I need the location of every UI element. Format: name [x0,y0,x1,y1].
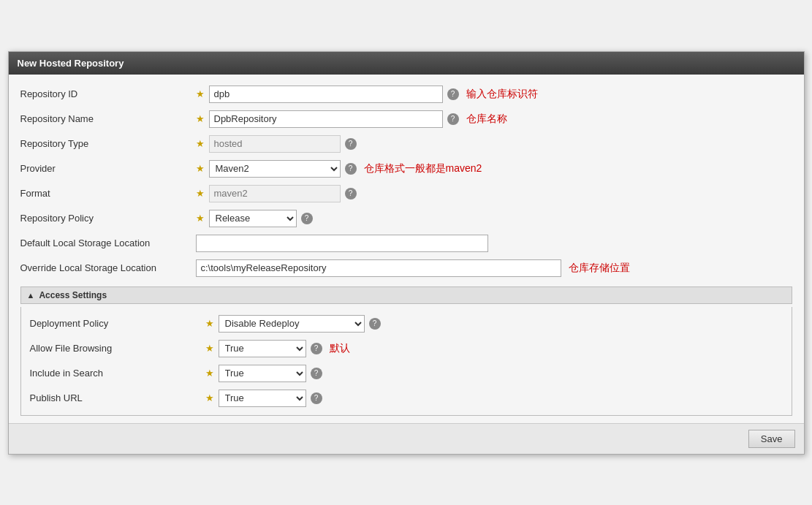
repository-id-help-icon[interactable]: ? [447,88,459,100]
allow-file-browsing-required: ★ [205,343,214,354]
repository-name-annotation: 仓库名称 [466,113,507,126]
override-local-storage-annotation: 仓库存储位置 [569,262,630,275]
dialog-footer: Save [9,423,804,454]
allow-file-browsing-row: Allow File Browsing ★ True False ? 默认 [30,336,783,361]
repository-type-label: Repository Type [20,138,196,149]
allow-file-browsing-field-area: ★ True False ? 默认 [205,340,783,357]
format-field-area: ★ ? [196,185,792,202]
default-local-storage-input [196,235,488,252]
repository-policy-label: Repository Policy [20,213,196,224]
dialog-body: Repository ID ★ ? 输入仓库标识符 Repository Nam… [9,75,804,423]
repository-type-required: ★ [196,138,205,149]
access-settings-title: Access Settings [39,290,107,300]
include-in-search-select[interactable]: True False [219,365,306,382]
deployment-policy-field-area: ★ Disable Redeploy Allow Redeploy Read O… [205,315,783,333]
repository-id-row: Repository ID ★ ? 输入仓库标识符 [20,82,792,107]
repository-id-required: ★ [196,88,205,99]
format-label: Format [20,188,196,199]
repository-id-input[interactable] [209,86,443,103]
access-settings-content: Deployment Policy ★ Disable Redeploy All… [20,307,792,416]
override-local-storage-input[interactable] [196,259,561,277]
publish-url-help-icon[interactable]: ? [311,392,322,404]
repository-name-help-icon[interactable]: ? [447,113,459,125]
deployment-policy-required: ★ [205,318,214,329]
provider-label: Provider [20,163,196,174]
override-local-storage-field-area: 仓库存储位置 [196,259,792,277]
publish-url-select[interactable]: True False [219,390,306,407]
access-settings-header[interactable]: ▲ Access Settings [20,286,792,304]
provider-field-area: ★ Maven2 Maven1 NuGet ? 仓库格式一般都是maven2 [196,160,792,178]
repository-id-annotation: 输入仓库标识符 [466,88,538,101]
repository-type-help-icon[interactable]: ? [345,138,357,150]
override-local-storage-label: Override Local Storage Location [20,262,196,273]
default-local-storage-label: Default Local Storage Location [20,238,196,248]
save-button[interactable]: Save [748,430,795,448]
include-in-search-help-icon[interactable]: ? [311,368,322,379]
repository-type-row: Repository Type ★ ? [20,132,792,156]
include-in-search-field-area: ★ True False ? [205,365,783,382]
provider-select[interactable]: Maven2 Maven1 NuGet [209,160,341,178]
allow-file-browsing-annotation: 默认 [330,342,350,355]
provider-annotation: 仓库格式一般都是maven2 [364,162,482,175]
repository-id-field-area: ★ ? 输入仓库标识符 [196,86,792,103]
repository-name-label: Repository Name [20,113,196,124]
repository-type-input [209,135,341,153]
format-input [209,185,341,202]
format-required: ★ [196,188,205,199]
deployment-policy-label: Deployment Policy [30,318,205,329]
repository-name-input[interactable] [209,110,443,128]
allow-file-browsing-select[interactable]: True False [219,340,306,357]
repository-name-row: Repository Name ★ ? 仓库名称 [20,107,792,132]
repository-policy-select[interactable]: Release Snapshot Mixed [209,210,297,227]
include-in-search-required: ★ [205,368,214,379]
publish-url-row: Publish URL ★ True False ? [30,386,783,411]
include-in-search-label: Include in Search [30,368,205,379]
dialog-title: New Hosted Repository [9,52,804,75]
override-local-storage-row: Override Local Storage Location 仓库存储位置 [20,256,792,281]
repository-id-label: Repository ID [20,88,196,99]
deployment-policy-help-icon[interactable]: ? [369,318,381,330]
allow-file-browsing-label: Allow File Browsing [30,343,205,354]
allow-file-browsing-help-icon[interactable]: ? [311,343,322,354]
publish-url-field-area: ★ True False ? [205,390,783,407]
repository-policy-row: Repository Policy ★ Release Snapshot Mix… [20,206,792,231]
repository-name-field-area: ★ ? 仓库名称 [196,110,792,128]
provider-help-icon[interactable]: ? [345,163,357,175]
publish-url-label: Publish URL [30,392,205,403]
repository-policy-field-area: ★ Release Snapshot Mixed ? [196,210,792,227]
repository-name-required: ★ [196,113,205,124]
include-in-search-row: Include in Search ★ True False ? [30,361,783,386]
deployment-policy-row: Deployment Policy ★ Disable Redeploy All… [30,311,783,336]
publish-url-required: ★ [205,392,214,403]
repository-type-field-area: ★ ? [196,135,792,153]
new-hosted-repository-dialog: New Hosted Repository Repository ID ★ ? … [8,51,805,455]
provider-row: Provider ★ Maven2 Maven1 NuGet ? 仓库格式一般都… [20,156,792,181]
deployment-policy-select[interactable]: Disable Redeploy Allow Redeploy Read Onl… [219,315,365,333]
format-row: Format ★ ? [20,181,792,206]
collapse-icon: ▲ [27,291,35,300]
provider-required: ★ [196,163,205,174]
repository-policy-help-icon[interactable]: ? [301,213,313,224]
format-help-icon[interactable]: ? [345,188,357,200]
default-local-storage-field-area [196,235,792,252]
default-local-storage-row: Default Local Storage Location [20,231,792,256]
repository-policy-required: ★ [196,213,205,224]
